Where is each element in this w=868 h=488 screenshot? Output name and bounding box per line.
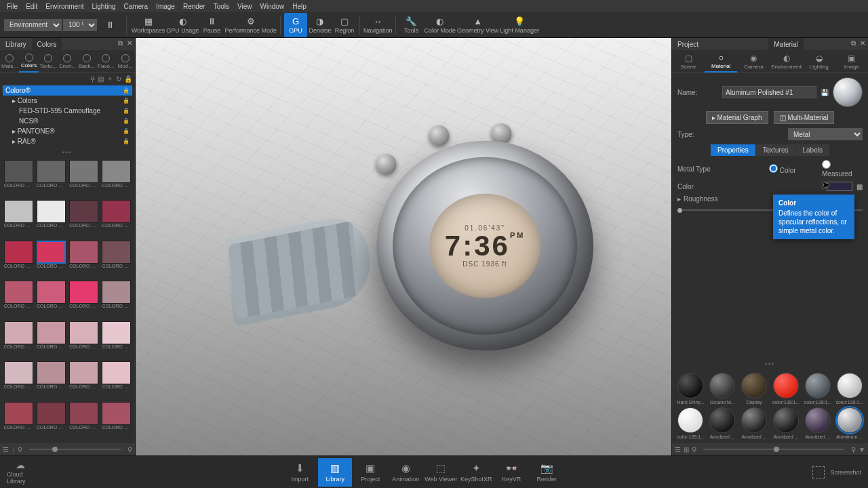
tree-item[interactable]: ▸ RAL®🔒 [3,136,132,146]
material-ball[interactable] [773,407,799,433]
color-swatch[interactable] [37,241,66,264]
filter-icon[interactable]: ▼ [859,446,865,453]
color-swatch[interactable] [4,160,33,183]
tree-item[interactable]: NCS®🔒 [3,116,132,126]
color-swatch[interactable] [37,321,66,344]
close-icon[interactable]: ✕ [859,39,867,47]
toolbar-denoise[interactable]: ◑Denoise [309,13,332,37]
color-swatch[interactable] [4,281,33,304]
color-swatch[interactable] [4,241,33,264]
bottom-keyvr[interactable]: 👓KeyVR [494,458,528,487]
material-type-dropdown[interactable]: Metal [788,128,863,140]
zoom-dropdown[interactable]: 100 % [63,19,97,31]
color-swatch[interactable] [102,160,131,183]
color-swatch[interactable] [37,200,66,223]
undock-icon[interactable]: ⧉ [850,39,857,47]
menu-window[interactable]: Window [256,3,289,10]
thumbnail-size-slider[interactable] [29,449,121,450]
panel-drag-handle[interactable]: ••• [0,148,135,157]
menu-help[interactable]: Help [288,3,311,10]
color-swatch[interactable] [69,160,98,183]
color-swatch[interactable] [4,321,33,344]
search-icon[interactable]: ⚲ [18,446,22,453]
radio-color[interactable]: Color [769,164,810,174]
menu-lighting[interactable]: Lighting [88,3,120,10]
menu-view[interactable]: View [233,3,256,10]
toolbar-region[interactable]: ▢Region [333,13,356,37]
search-icon[interactable]: ⚲ [127,446,132,453]
tree-item[interactable]: Coloro®🔒 [3,85,132,96]
color-swatch[interactable] [69,361,98,384]
bottom-project[interactable]: ▣Project [353,458,387,487]
bottom-import[interactable]: ⬇Import [283,458,317,487]
search-icon[interactable]: ⚲ [851,446,856,453]
menu-file[interactable]: File [3,3,22,10]
tree-item[interactable]: ▸ Colors🔒 [3,96,132,106]
toolbar-gpu[interactable]: GGPU [284,13,307,37]
color-swatch[interactable] [102,361,131,384]
multi-material-button[interactable]: ◫ Multi-Material [774,111,835,124]
menu-image[interactable]: Image [152,3,179,10]
tree-view-icon[interactable]: ⊞ [684,446,689,453]
toolbar-geometry-view[interactable]: ▲Geometry View [457,13,498,37]
material-graph-button[interactable]: ▸ Material Graph [706,111,768,124]
menu-render[interactable]: Render [179,3,210,10]
toolbar-pause[interactable]: ⏸Pause [200,13,223,37]
tab-material[interactable]: Material [768,38,804,50]
color-swatch[interactable] [37,160,66,183]
material-ball[interactable] [741,373,767,399]
bottom-keyshotxr[interactable]: ✦KeyShotXR [459,458,493,487]
subtab-environment[interactable]: ◐Environment [770,50,803,73]
radio-measured[interactable]: Measured [822,160,863,178]
color-swatch[interactable] [69,281,98,304]
toolbar-performance-mode[interactable]: ⚙Performance Mode [224,13,277,37]
undock-icon[interactable]: ⧉ [117,39,124,47]
lock-icon[interactable]: 🔒 [124,75,132,83]
subtab-Textu[interactable]: Textu... [39,50,58,73]
texture-icon[interactable]: ▦ [856,183,863,190]
color-swatch[interactable] [69,241,98,264]
bottom-animation[interactable]: ◉Animation [389,458,422,487]
subtab-Envir[interactable]: Envir... [58,50,77,73]
color-swatch[interactable] [102,281,131,304]
menu-environment[interactable]: Environment [41,3,87,10]
color-swatch[interactable] [102,402,131,425]
subtab-Favo[interactable]: Favo... [96,50,115,73]
color-swatch[interactable] [69,200,98,223]
subtab-Mate[interactable]: Mate... [0,50,19,73]
region-icon[interactable] [812,466,825,479]
color-swatch[interactable] [102,200,131,223]
pause-icon[interactable]: ⏸ [98,13,121,37]
filter-icon[interactable]: ▤ [98,75,104,83]
menu-tools[interactable]: Tools [210,3,233,10]
material-ball[interactable] [837,407,863,433]
refresh-icon[interactable]: ↻ [116,75,121,83]
color-swatch[interactable] [69,321,98,344]
cloud-library-button[interactable]: ☁Cloud Library [7,460,34,485]
material-ball[interactable] [709,407,735,433]
color-swatch[interactable] [37,361,66,384]
material-ball[interactable] [677,407,703,433]
color-swatch[interactable] [102,241,131,264]
toolbar-tools[interactable]: 🔧Tools [399,13,422,37]
bottom-library[interactable]: ▥Library [318,458,352,487]
material-ball[interactable] [741,407,767,433]
toolbar-gpu-usage[interactable]: ◐GPU Usage [166,13,199,37]
material-name-input[interactable] [722,86,816,98]
subtab-Colors[interactable]: Colors [19,50,38,73]
sort-icon[interactable]: ↓ [12,446,15,453]
subtab-Mod[interactable]: Mod... [116,50,135,73]
search-icon[interactable]: ⚲ [692,446,696,453]
subtab-Back[interactable]: Back... [77,50,96,73]
tab-library[interactable]: Library [0,38,32,50]
material-ball[interactable] [805,373,831,399]
bottom-render[interactable]: 📷Render [530,458,564,487]
tab-labels[interactable]: Labels [795,144,829,156]
subtab-material[interactable]: ○Material [705,50,737,73]
color-swatch[interactable]: ➤ Color Defines the color of specular re… [827,182,852,191]
tab-project[interactable]: Project [672,38,704,50]
environment-dropdown[interactable]: Environment [4,19,62,31]
tab-textures[interactable]: Textures [756,144,795,156]
subtab-scene[interactable]: ▢Scene [672,50,705,73]
list-view-icon[interactable]: ☰ [3,446,9,453]
